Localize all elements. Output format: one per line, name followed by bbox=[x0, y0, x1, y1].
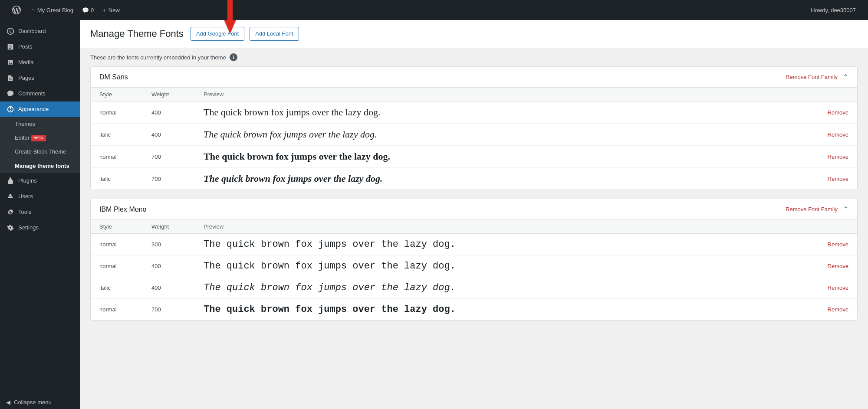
font-section-header-ibm-plex-mono: IBM Plex Mono Remove Font Family ⌃ bbox=[91, 199, 857, 220]
ibm-plex-mono-name: IBM Plex Mono bbox=[99, 206, 146, 213]
font-section-header-dm-sans: DM Sans Remove Font Family ⌃ bbox=[91, 67, 857, 88]
users-icon bbox=[6, 192, 15, 201]
page-title: Manage Theme Fonts bbox=[90, 28, 184, 39]
settings-icon bbox=[6, 223, 15, 232]
dm-sans-row3-weight: 700 bbox=[151, 154, 204, 160]
ibm-plex-mono-style-header: Style bbox=[99, 223, 151, 230]
pages-label: Pages bbox=[18, 74, 34, 82]
sidebar-item-create-block-theme[interactable]: Create Block Theme bbox=[0, 145, 80, 159]
remove-ibm-plex-mono-row2-button[interactable]: Remove bbox=[814, 263, 848, 269]
remove-dm-sans-row1-button[interactable]: Remove bbox=[814, 109, 848, 116]
ibm-plex-mono-weight-header: Weight bbox=[151, 223, 204, 230]
ibm-plex-mono-collapse-icon[interactable]: ⌃ bbox=[843, 205, 848, 213]
dm-sans-header-right: Remove Font Family ⌃ bbox=[786, 73, 848, 81]
sidebar-item-media[interactable]: Media bbox=[0, 55, 80, 70]
sidebar-item-settings[interactable]: Settings bbox=[0, 220, 80, 236]
new-label: New bbox=[108, 7, 120, 13]
dm-sans-row1-preview: The quick brown fox jumps over the lazy … bbox=[204, 107, 814, 118]
howdy-item[interactable]: Howdy, dee35007 bbox=[806, 7, 861, 13]
dm-sans-row4-preview: The quick brown fox jumps over the lazy … bbox=[204, 173, 814, 184]
dm-sans-preview-header: Preview bbox=[204, 91, 848, 98]
sidebar-item-editor[interactable]: Editor beta bbox=[0, 131, 80, 145]
ibm-plex-mono-row-4: normal 700 The quick brown fox jumps ove… bbox=[91, 299, 857, 320]
comments-item[interactable]: 💬 0 bbox=[79, 0, 97, 20]
sidebar: Dashboard Posts Media Pages bbox=[0, 20, 80, 409]
ibm-plex-mono-header-right: Remove Font Family ⌃ bbox=[786, 205, 848, 213]
howdy-text: Howdy, dee35007 bbox=[811, 7, 856, 13]
media-icon bbox=[6, 58, 15, 67]
sidebar-item-comments[interactable]: Comments bbox=[0, 86, 80, 101]
dm-sans-row2-preview: The quick brown fox jumps over the lazy … bbox=[204, 129, 814, 140]
sidebar-item-themes[interactable]: Themes bbox=[0, 117, 80, 131]
remove-ibm-plex-mono-row4-button[interactable]: Remove bbox=[814, 306, 848, 313]
ibm-plex-mono-row1-preview: The quick brown fox jumps over the lazy … bbox=[204, 239, 814, 250]
site-name-text: My Great Blog bbox=[37, 7, 73, 13]
dm-sans-row-3: normal 700 The quick brown fox jumps ove… bbox=[91, 146, 857, 168]
dm-sans-style-header: Style bbox=[99, 91, 151, 98]
remove-dm-sans-row4-button[interactable]: Remove bbox=[814, 176, 848, 182]
site-name-icon: ⌂ bbox=[31, 7, 35, 13]
ibm-plex-mono-row1-style: normal bbox=[99, 241, 151, 248]
sidebar-item-users[interactable]: Users bbox=[0, 189, 80, 204]
content-area: Manage Theme Fonts Add Google Font Add L… bbox=[80, 20, 868, 409]
tools-label: Tools bbox=[18, 208, 31, 216]
font-sections: DM Sans Remove Font Family ⌃ Style Weigh… bbox=[80, 66, 868, 340]
remove-dm-sans-row2-button[interactable]: Remove bbox=[814, 131, 848, 138]
collapse-label: Collapse menu bbox=[14, 399, 52, 406]
dm-sans-row3-preview: The quick brown fox jumps over the lazy … bbox=[204, 151, 814, 162]
ibm-plex-mono-row4-preview: The quick brown fox jumps over the lazy … bbox=[204, 304, 814, 315]
add-local-font-button[interactable]: Add Local Font bbox=[250, 27, 299, 41]
ibm-plex-mono-row2-preview: The quick brown fox jumps over the lazy … bbox=[204, 261, 814, 272]
ibm-plex-mono-row2-weight: 400 bbox=[151, 263, 204, 269]
dm-sans-row-2: italic 400 The quick brown fox jumps ove… bbox=[91, 124, 857, 146]
dm-sans-row1-style: normal bbox=[99, 109, 151, 116]
editor-label: Editor bbox=[15, 134, 30, 142]
themes-label: Themes bbox=[15, 120, 35, 128]
sidebar-item-dashboard[interactable]: Dashboard bbox=[0, 23, 80, 39]
add-google-font-button[interactable]: Add Google Font bbox=[191, 27, 244, 41]
sidebar-menu: Dashboard Posts Media Pages bbox=[0, 20, 80, 236]
ibm-plex-mono-row3-preview: The quick brown fox jumps over the lazy … bbox=[204, 282, 814, 293]
ibm-plex-mono-row3-style: italic bbox=[99, 285, 151, 291]
appearance-icon bbox=[6, 105, 15, 114]
collapse-menu-item[interactable]: ◀ Collapse menu bbox=[0, 396, 80, 409]
sidebar-item-appearance[interactable]: Appearance bbox=[0, 101, 80, 117]
collapse-icon: ◀ bbox=[6, 399, 10, 406]
sidebar-item-plugins[interactable]: Plugins bbox=[0, 173, 80, 189]
manage-theme-fonts-label: Manage theme fonts bbox=[15, 162, 69, 170]
remove-dm-sans-family-button[interactable]: Remove Font Family bbox=[786, 74, 838, 80]
ibm-plex-mono-row3-weight: 400 bbox=[151, 285, 204, 291]
dashboard-label: Dashboard bbox=[18, 27, 46, 35]
wp-logo[interactable] bbox=[7, 0, 26, 20]
remove-dm-sans-row3-button[interactable]: Remove bbox=[814, 154, 848, 160]
media-label: Media bbox=[18, 59, 33, 66]
dm-sans-collapse-icon[interactable]: ⌃ bbox=[843, 73, 848, 81]
remove-ibm-plex-mono-family-button[interactable]: Remove Font Family bbox=[786, 206, 838, 213]
comments-menu-icon bbox=[6, 89, 15, 98]
admin-bar: ⌂ My Great Blog 💬 0 + New Howdy, dee3500… bbox=[0, 0, 868, 20]
sidebar-item-tools[interactable]: Tools bbox=[0, 204, 80, 220]
dm-sans-weight-header: Weight bbox=[151, 91, 204, 98]
dm-sans-name: DM Sans bbox=[99, 73, 128, 81]
sidebar-item-manage-theme-fonts[interactable]: Manage theme fonts bbox=[0, 159, 80, 173]
info-bar: These are the fonts currently embedded i… bbox=[80, 48, 868, 66]
settings-label: Settings bbox=[18, 224, 39, 232]
ibm-plex-mono-row-2: normal 400 The quick brown fox jumps ove… bbox=[91, 255, 857, 277]
beta-badge: beta bbox=[31, 135, 46, 141]
comments-icon: 💬 bbox=[82, 7, 89, 13]
dashboard-icon bbox=[6, 27, 15, 36]
new-item[interactable]: + New bbox=[97, 0, 125, 20]
comments-count: 0 bbox=[91, 7, 94, 13]
font-section-ibm-plex-mono: IBM Plex Mono Remove Font Family ⌃ Style… bbox=[90, 199, 858, 321]
sidebar-item-pages[interactable]: Pages bbox=[0, 70, 80, 86]
site-name-item[interactable]: ⌂ My Great Blog bbox=[26, 0, 79, 20]
info-icon: i bbox=[230, 53, 237, 61]
tools-icon bbox=[6, 208, 15, 216]
sidebar-item-posts[interactable]: Posts bbox=[0, 39, 80, 55]
dm-sans-row4-weight: 700 bbox=[151, 176, 204, 182]
dm-sans-row-4: italic 700 The quick brown fox jumps ove… bbox=[91, 168, 857, 190]
ibm-plex-mono-row4-style: normal bbox=[99, 306, 151, 313]
plus-icon: + bbox=[102, 7, 106, 13]
remove-ibm-plex-mono-row3-button[interactable]: Remove bbox=[814, 285, 848, 291]
remove-ibm-plex-mono-row1-button[interactable]: Remove bbox=[814, 241, 848, 248]
